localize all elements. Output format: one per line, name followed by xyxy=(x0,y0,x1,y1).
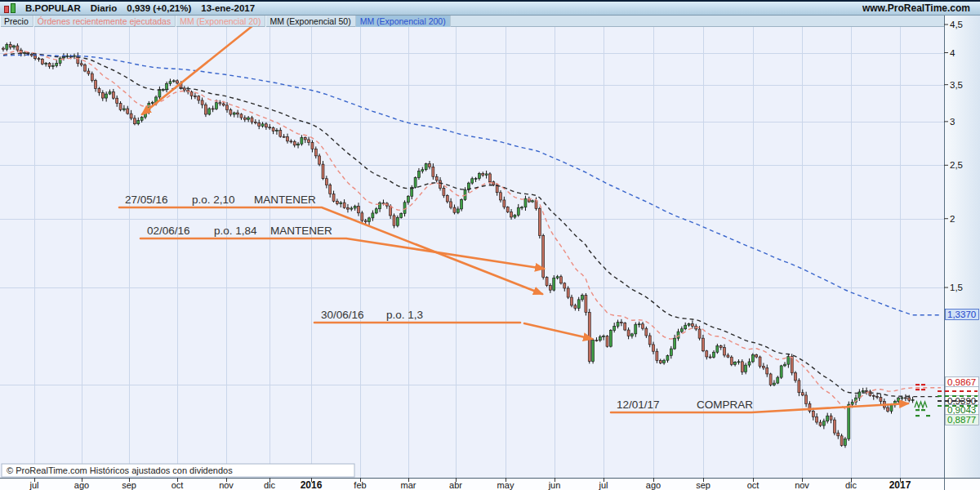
annotation-group[interactable]: 27/05/16p.o. 2,10MANTENER xyxy=(119,194,542,294)
candle xyxy=(549,283,551,293)
candle xyxy=(194,92,196,99)
candle xyxy=(198,96,200,105)
annotation-group[interactable]: 12/01/17COMPRAR xyxy=(611,399,908,412)
month-label: dic xyxy=(845,480,858,490)
price-tick-label: 2,5 xyxy=(950,160,963,170)
price-label-text: 1,3370 xyxy=(947,310,976,319)
candle xyxy=(819,420,822,427)
candle xyxy=(751,353,754,363)
candle xyxy=(162,88,164,91)
annotation-group[interactable] xyxy=(142,25,253,114)
legend-item-mm20[interactable]: MM (Exponencial 20) xyxy=(176,16,265,27)
candle xyxy=(630,333,633,339)
candle xyxy=(837,430,840,439)
candle xyxy=(325,176,327,188)
candle xyxy=(332,191,335,203)
candle xyxy=(425,163,427,171)
candle xyxy=(51,63,54,69)
candle xyxy=(521,206,523,210)
candle xyxy=(261,122,264,127)
annotation-group[interactable]: 02/06/16p.o. 1,84MANTENER xyxy=(140,225,544,269)
candle xyxy=(588,309,590,363)
candle xyxy=(187,87,189,94)
candle xyxy=(275,128,278,135)
annotation-text[interactable]: p.o. 1,84 xyxy=(214,225,257,237)
candle xyxy=(759,355,761,368)
candle xyxy=(421,167,424,173)
annotation-text[interactable]: MANTENER xyxy=(254,194,316,206)
candle xyxy=(627,327,630,339)
month-label: sep xyxy=(696,480,710,490)
candle xyxy=(95,79,97,92)
candle xyxy=(737,359,740,364)
candle xyxy=(122,105,125,112)
candle xyxy=(624,322,626,331)
candle xyxy=(137,118,140,126)
candle xyxy=(48,62,51,69)
candle xyxy=(322,161,324,180)
candle xyxy=(645,327,648,338)
candle xyxy=(385,202,388,208)
last-price-change: 0,939 (+0,21%) xyxy=(127,3,191,13)
candle xyxy=(375,207,377,215)
candle xyxy=(724,345,726,358)
candle xyxy=(674,335,676,350)
candle xyxy=(872,394,875,400)
candle xyxy=(208,107,211,115)
annotation-group[interactable]: 30/06/16p.o. 1,3 xyxy=(314,309,520,323)
month-label: nov xyxy=(795,480,809,490)
indicator-legend: Precio Órdenes recientemente ejecutadas … xyxy=(0,16,944,27)
candle xyxy=(688,323,690,327)
candle xyxy=(581,293,584,301)
candle xyxy=(826,413,829,424)
candle xyxy=(41,58,43,65)
annotation-text[interactable]: p.o. 2,10 xyxy=(192,194,235,206)
month-label: oct xyxy=(172,480,184,490)
candle xyxy=(279,127,282,137)
timeframe-label[interactable]: Diario xyxy=(91,3,118,13)
candle xyxy=(911,397,914,403)
candle xyxy=(656,349,658,363)
candle xyxy=(787,354,790,368)
candle xyxy=(620,319,622,326)
candle xyxy=(663,359,666,364)
website-link[interactable]: www.ProRealTime.com xyxy=(862,2,970,14)
candle xyxy=(713,350,715,359)
annotation-text[interactable]: 30/06/16 xyxy=(321,309,364,321)
candle xyxy=(251,116,253,124)
legend-item-precio[interactable]: Precio xyxy=(0,16,33,27)
annotation-text[interactable]: p.o. 1,3 xyxy=(386,309,423,321)
price-label-box: 0,9867 xyxy=(946,377,979,388)
candle xyxy=(532,199,534,203)
candle xyxy=(45,62,47,67)
annotation-text[interactable]: MANTENER xyxy=(270,225,332,237)
price-tick-label: 3,5 xyxy=(950,80,963,90)
candle xyxy=(706,350,708,360)
annotation-text[interactable]: 02/06/16 xyxy=(147,225,190,237)
legend-item-mm50[interactable]: MM (Exponencial 50) xyxy=(265,16,355,27)
copyright-label: © ProRealTime.com Históricos ajustados c… xyxy=(7,466,233,475)
annotation-text[interactable]: 12/01/17 xyxy=(617,399,660,411)
candle xyxy=(577,297,580,311)
candle xyxy=(56,60,58,68)
candle xyxy=(840,434,843,447)
candle xyxy=(816,413,818,425)
legend-item-ordenes[interactable]: Órdenes recientemente ejecutadas xyxy=(33,16,176,27)
annotation-text[interactable]: 27/05/16 xyxy=(125,194,168,206)
candle xyxy=(219,100,221,106)
month-label: jun xyxy=(548,480,561,490)
copyright-box: © ProRealTime.com Históricos ajustados c… xyxy=(2,464,354,477)
annotation-text[interactable]: COMPRAR xyxy=(697,399,753,411)
legend-item-mm200[interactable]: MM (Exponencial 200) xyxy=(356,16,451,27)
candle xyxy=(464,187,466,201)
month-label: jul xyxy=(29,480,38,490)
price-tick-label: 1,5 xyxy=(950,283,963,292)
price-tick-label: 4 xyxy=(950,48,956,58)
annotation-group[interactable] xyxy=(524,323,592,339)
candle xyxy=(777,376,779,384)
candle xyxy=(613,323,616,332)
candle xyxy=(571,295,573,307)
candle xyxy=(653,342,655,354)
candle xyxy=(127,106,129,115)
candle xyxy=(898,397,900,404)
